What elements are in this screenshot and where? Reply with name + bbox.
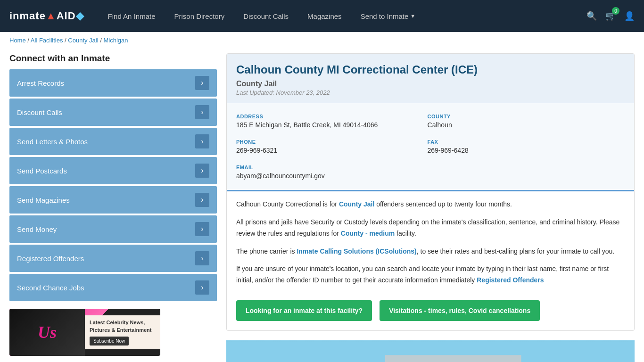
fax-label: FAX	[428, 139, 614, 145]
nav-discount-calls[interactable]: Discount Calls	[243, 12, 289, 20]
facility-image	[226, 340, 635, 362]
phone-col: PHONE 269-969-6321	[236, 136, 423, 157]
phone-label: PHONE	[236, 139, 423, 145]
facility-card: Calhoun County MI Correctional Center (I…	[226, 53, 635, 331]
breadcrumb-michigan[interactable]: Michigan	[103, 37, 128, 44]
sidebar-menu: Arrest Records › Discount Calls › Send L…	[9, 69, 217, 301]
arrow-icon: ›	[195, 193, 209, 207]
logo[interactable]: inmate▲AID◆	[9, 10, 84, 22]
address-value: 185 E Michigan St, Battle Creek, MI 4901…	[236, 121, 423, 129]
address-label: ADDRESS	[236, 114, 423, 119]
county-col: COUNTY Calhoun	[428, 111, 614, 132]
looking-for-inmate-button[interactable]: Looking for an inmate at this facility?	[236, 300, 372, 321]
ad-left: Us	[9, 309, 85, 356]
sidebar-item-send-magazines[interactable]: Send Magazines ›	[9, 186, 217, 214]
desc-para-3: The phone carrier is Inmate Calling Solu…	[236, 246, 625, 257]
action-buttons: Looking for an inmate at this facility? …	[227, 300, 634, 330]
address-col: ADDRESS 185 E Michigan St, Battle Creek,…	[236, 111, 423, 132]
site-header: inmate▲AID◆ Find An Inmate Prison Direct…	[0, 0, 644, 32]
main-nav: Find An Inmate Prison Directory Discount…	[108, 12, 572, 20]
ad-banner[interactable]: Us Latest Celebrity News, Pictures & Ent…	[9, 309, 160, 356]
cart-badge: 0	[612, 7, 619, 15]
sidebar-item-label: Send Magazines	[17, 196, 70, 204]
facility-description: Calhoun County Correctional is for Count…	[227, 191, 634, 300]
nav-find-inmate[interactable]: Find An Inmate	[108, 12, 156, 20]
sidebar-item-label: Send Letters & Photos	[17, 138, 88, 146]
fax-value: 269-969-6428	[428, 147, 614, 154]
arrow-icon: ›	[195, 222, 209, 236]
user-icon[interactable]: 👤	[624, 11, 635, 21]
county-value: Calhoun	[428, 121, 614, 129]
facility-last-updated: Last Updated: November 23, 2022	[236, 89, 625, 96]
sidebar: Connect with an Inmate Arrest Records › …	[9, 53, 217, 362]
breadcrumb: Home / All Facilities / County Jail / Mi…	[0, 32, 644, 49]
icsolutions-link[interactable]: Inmate Calling Solutions (ICSolutions)	[297, 247, 416, 255]
county-jail-link[interactable]: County Jail	[339, 200, 374, 208]
sidebar-item-label: Second Chance Jobs	[17, 284, 84, 292]
sidebar-item-discount-calls[interactable]: Discount Calls ›	[9, 99, 217, 126]
arrow-icon: ›	[195, 164, 209, 178]
main-content: Connect with an Inmate Arrest Records › …	[0, 49, 644, 362]
email-col: EMAIL abyam@calhouncountymi.gov	[236, 162, 423, 182]
visitations-button[interactable]: Visitations - times, rules, Covid cancel…	[380, 300, 540, 321]
sidebar-item-send-letters[interactable]: Send Letters & Photos ›	[9, 128, 217, 155]
sidebar-item-registered-offenders[interactable]: Registered Offenders ›	[9, 245, 217, 272]
header-actions: 🔍 🛒 0 👤	[586, 11, 635, 21]
arrow-icon: ›	[195, 76, 209, 90]
right-content: Calhoun County MI Correctional Center (I…	[226, 53, 635, 362]
desc-para-2: All prisons and jails have Security or C…	[236, 217, 625, 239]
facility-type: County Jail	[236, 80, 625, 88]
sidebar-item-label: Send Money	[17, 225, 57, 233]
email-value: abyam@calhouncountymi.gov	[236, 172, 423, 180]
facility-name: Calhoun County MI Correctional Center (I…	[236, 62, 625, 77]
chevron-down-icon: ▼	[410, 13, 415, 19]
registered-offenders-link[interactable]: Registered Offenders	[477, 276, 544, 284]
nav-send-to-inmate[interactable]: Send to Inmate ▼	[361, 12, 416, 20]
arrow-icon: ›	[195, 251, 209, 265]
arrow-icon: ›	[195, 105, 209, 119]
county-medium-link[interactable]: County - medium	[341, 230, 395, 237]
email-label: EMAIL	[236, 165, 423, 170]
cart-button[interactable]: 🛒 0	[605, 11, 616, 21]
sidebar-item-send-postcards[interactable]: Send Postcards ›	[9, 157, 217, 184]
sidebar-title: Connect with an Inmate	[9, 53, 217, 64]
arrow-icon: ›	[195, 280, 209, 295]
nav-prison-directory[interactable]: Prison Directory	[174, 12, 225, 20]
arrow-icon: ›	[195, 134, 209, 148]
desc-para-4: If you are unsure of your inmate's locat…	[236, 263, 625, 286]
breadcrumb-home[interactable]: Home	[9, 37, 26, 44]
sidebar-item-label: Registered Offenders	[17, 255, 84, 263]
ad-right: Latest Celebrity News, Pictures & Entert…	[85, 315, 160, 349]
svg-rect-3	[385, 355, 521, 362]
fax-col: FAX 269-969-6428	[428, 136, 614, 157]
sidebar-item-send-money[interactable]: Send Money ›	[9, 215, 217, 243]
facility-header: Calhoun County MI Correctional Center (I…	[227, 54, 634, 103]
sidebar-item-second-chance-jobs[interactable]: Second Chance Jobs ›	[9, 274, 217, 301]
sidebar-item-label: Discount Calls	[17, 108, 62, 116]
facility-aerial-svg	[226, 340, 635, 362]
county-label: COUNTY	[428, 114, 614, 119]
breadcrumb-county-jail[interactable]: County Jail	[68, 37, 98, 44]
phone-value: 269-969-6321	[236, 147, 423, 154]
sidebar-item-arrest-records[interactable]: Arrest Records ›	[9, 69, 217, 97]
search-icon[interactable]: 🔍	[586, 11, 597, 21]
logo-text: inmate▲AID◆	[9, 10, 84, 22]
sidebar-item-label: Send Postcards	[17, 167, 67, 175]
ad-title: Latest Celebrity News, Pictures & Entert…	[90, 319, 156, 334]
ad-logo: Us	[38, 322, 57, 342]
nav-magazines[interactable]: Magazines	[307, 12, 342, 20]
facility-details: ADDRESS 185 E Michigan St, Battle Creek,…	[227, 103, 634, 191]
breadcrumb-all-facilities[interactable]: All Facilities	[31, 37, 63, 44]
desc-para-1: Calhoun County Correctional is for Count…	[236, 199, 625, 210]
sidebar-item-label: Arrest Records	[17, 79, 64, 87]
ad-subscribe-button[interactable]: Subscribe Now	[90, 337, 129, 346]
